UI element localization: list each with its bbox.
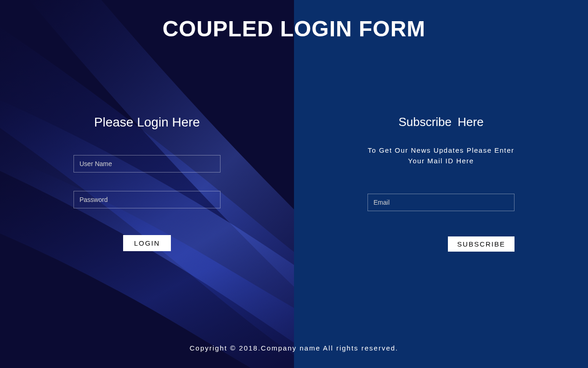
login-panel: Please Login Here LOGIN [0,0,294,368]
username-input[interactable] [74,155,220,172]
password-input[interactable] [74,191,220,208]
subscribe-panel: Subscribe Here To Get Our News Updates P… [294,0,588,368]
page-title: COUPLED LOGIN FORM [0,16,588,41]
subscribe-description: To Get Our News Updates Please Enter You… [368,145,514,166]
login-heading: Please Login Here [74,115,220,130]
login-button[interactable]: LOGIN [123,235,171,251]
main-container: Please Login Here LOGIN Subscribe Here T… [0,0,588,368]
subscribe-heading: Subscribe Here [368,115,514,129]
login-form: Please Login Here LOGIN [74,115,220,251]
email-input[interactable] [368,194,514,211]
subscribe-button[interactable]: SUBSCRIBE [448,236,514,252]
footer-copyright: Copyright © 2018.Company name All rights… [0,344,588,352]
subscribe-form: Subscribe Here To Get Our News Updates P… [368,115,514,252]
